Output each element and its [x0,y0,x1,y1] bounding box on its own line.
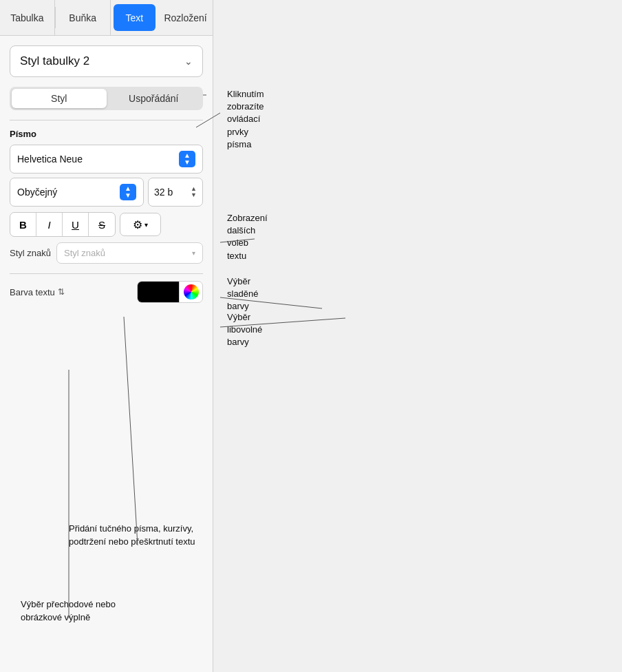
tab-bunka-label: Buňka [69,12,96,23]
color-label: Barva textu [10,287,55,297]
underline-icon: U [72,219,79,231]
font-style-stepper-down: ▼ [125,192,131,199]
color-stepper-icon[interactable]: ⇅ [58,287,65,297]
char-style-chevron-icon: ▾ [192,249,195,257]
tab-tabulka-label: Tabulka [10,12,43,23]
annotation-more-options-text: Zobrazení dalších voleb textu [227,212,268,262]
style-dropdown[interactable]: Styl tabulky 2 ⌄ [10,45,203,77]
color-label-group: Barva textu ⇅ [10,287,65,297]
format-buttons-row: B I U S ⚙ ▾ [10,212,203,237]
char-style-selector[interactable]: Styl znaků ▾ [56,242,203,264]
color-wheel-icon [184,284,199,300]
annotations-area: Kliknutím zobrazíte ovládací prvky písma… [213,0,622,672]
color-swatch-group [137,281,203,303]
italic-button[interactable]: I [36,213,63,236]
color-row: Barva textu ⇅ [10,281,203,303]
toggle-styl[interactable]: Styl [12,89,107,108]
strikethrough-icon: S [98,219,105,231]
font-size-box[interactable]: 32 b ▲ ▼ [148,178,203,207]
tab-text-label: Text [126,12,144,23]
annotation-any-color-text: Výběr libovolné barvy [227,311,262,349]
underline-button[interactable]: U [63,213,89,236]
gear-icon: ⚙ [133,218,142,231]
tab-text[interactable]: Text [114,4,156,31]
more-text-options-button[interactable]: ⚙ ▾ [120,213,161,236]
font-size-down-icon[interactable]: ▼ [191,192,197,198]
style-dropdown-label: Styl tabulky 2 [20,54,89,68]
font-section-label: Písmo [10,129,203,139]
tab-rozlozeni[interactable]: Rozložení [158,0,213,35]
left-panel: Tabulka Buňka Text Rozložení Styl tabulk… [0,0,213,672]
color-wheel-button[interactable] [179,282,202,302]
color-swatch[interactable] [138,282,179,302]
tab-tabulka[interactable]: Tabulka [0,0,55,35]
italic-icon: I [47,219,50,231]
divider-1 [10,120,203,120]
tabs-bar: Tabulka Buňka Text Rozložení [0,0,213,36]
toggle-usporadani[interactable]: Uspořádání [107,89,202,108]
stepper-down-icon: ▼ [184,159,191,166]
toggle-usporadani-label: Uspořádání [129,93,178,104]
tab-rozlozeni-label: Rozložení [164,12,206,23]
char-style-row: Styl znaků Styl znaků ▾ [10,242,203,264]
font-name-selector[interactable]: Helvetica Neue ▲ ▼ [10,145,203,174]
style-layout-toggle: Styl Uspořádání [10,87,203,110]
font-name-text: Helvetica Neue [17,154,83,165]
toggle-styl-label: Styl [51,93,67,104]
annotation-font-controls-text: Kliknutím zobrazíte ovládací prvky písma [227,88,264,151]
bold-icon: B [19,219,27,231]
chevron-down-icon: ⌄ [184,56,193,67]
panel-container: Tabulka Buňka Text Rozložení Styl tabulk… [0,0,622,672]
strikethrough-button[interactable]: S [89,213,115,236]
char-style-label: Styl znaků [10,248,51,258]
divider-2 [10,273,203,274]
font-name-stepper[interactable]: ▲ ▼ [179,151,195,167]
font-style-selector[interactable]: Obyčejný ▲ ▼ [10,178,144,207]
bold-button[interactable]: B [10,213,36,236]
font-style-stepper[interactable]: ▲ ▼ [120,184,136,200]
font-style-size-row: Obyčejný ▲ ▼ 32 b ▲ ▼ [10,178,203,207]
annotation-color-match-text: Výběr sladěné barvy [227,275,259,313]
char-style-placeholder: Styl znaků [64,248,105,258]
tab-bunka[interactable]: Buňka [56,0,111,35]
more-options-chevron-icon: ▾ [144,221,148,229]
format-group: B I U S [10,212,116,237]
font-style-text: Obyčejný [17,187,57,198]
font-size-text: 32 b [154,187,173,198]
